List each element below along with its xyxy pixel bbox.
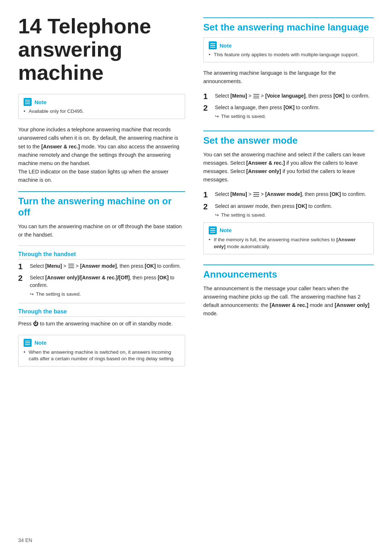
handset-step-2: 2 Select [Answer only]/[Answer & rec.]/[… bbox=[18, 274, 185, 298]
step-arrow-am2: ↪ The setting is saved. bbox=[215, 212, 374, 219]
note-header-1: Note bbox=[24, 98, 180, 106]
subsection-base-heading: Through the base bbox=[18, 308, 185, 317]
step-content-h2: Select [Answer only]/[Answer & rec.]/[Of… bbox=[30, 274, 185, 298]
note-header-lang: Note bbox=[209, 41, 368, 49]
note-header-am: Note bbox=[209, 226, 368, 234]
step-content-l1: Select [Menu] > > [Voice language], then… bbox=[215, 92, 374, 101]
am-step-1: 1 Select [Menu] > > [Answer mode], then … bbox=[203, 190, 374, 199]
answer-mode-intro: You can set the answering machine and se… bbox=[203, 151, 374, 184]
note-header-2: Note bbox=[24, 339, 180, 347]
divider-1 bbox=[18, 246, 185, 246]
note-list-am: If the memory is full, the answering mac… bbox=[209, 237, 368, 250]
handset-steps: 1 Select [Menu] > > [Answer mode], then … bbox=[18, 262, 185, 298]
lang-step-2: 2 Select a language, then press [OK] to … bbox=[203, 104, 374, 120]
section-turn: Turn the answering machine on or off You… bbox=[18, 191, 185, 367]
note-item-2-1: When the answering machine is switched o… bbox=[24, 349, 180, 363]
page-title: 14 Telephone answering machine bbox=[18, 15, 185, 84]
step-num-am2: 2 bbox=[203, 202, 211, 219]
menu-icon-h1 bbox=[68, 264, 74, 268]
language-intro: The answering machine language is the la… bbox=[203, 69, 374, 86]
note-list-lang: This feature only applies to models with… bbox=[209, 52, 368, 58]
chapter-number: 14 bbox=[18, 14, 42, 38]
menu-icon-am1 bbox=[253, 192, 259, 197]
step-num-l1: 1 bbox=[203, 92, 211, 101]
step-num-l2: 2 bbox=[203, 104, 211, 120]
step-content-h1: Select [Menu] > > [Answer mode], then pr… bbox=[30, 262, 185, 271]
am-step-2: 2 Select an answer mode, then press [OK]… bbox=[203, 202, 374, 219]
step-content-am1: Select [Menu] > > [Answer mode], then pr… bbox=[215, 190, 374, 199]
note-icon-1 bbox=[24, 98, 32, 106]
announcements-intro: The announcement is the message your cal… bbox=[203, 284, 374, 318]
section-language: Set the answering machine language Note … bbox=[203, 17, 374, 120]
step-arrow-h2: ↪ The setting is saved. bbox=[30, 291, 185, 298]
note-list-2: When the answering machine is switched o… bbox=[24, 349, 180, 363]
section-turn-heading: Turn the answering machine on or off bbox=[18, 191, 185, 218]
answer-mode-steps: 1 Select [Menu] > > [Answer mode], then … bbox=[203, 190, 374, 218]
note-box-2: Note When the answering machine is switc… bbox=[18, 335, 185, 367]
note-item-1-1: Available only for CD495. bbox=[24, 108, 180, 115]
step-num-h2: 2 bbox=[18, 274, 26, 298]
note-box-language: Note This feature only applies to models… bbox=[203, 37, 374, 62]
section-announcements: Announcements The announcement is the me… bbox=[203, 264, 374, 318]
note-box-1: Note Available only for CD495. bbox=[18, 94, 185, 119]
section-turn-intro: You can turn the answering machine on or… bbox=[18, 222, 185, 239]
note-item-lang-1: This feature only applies to models with… bbox=[209, 52, 368, 58]
page-container: 14 Telephone answering machine Note Avai… bbox=[0, 0, 392, 554]
page-footer: 34 EN bbox=[18, 537, 32, 543]
lang-step-1: 1 Select [Menu] > > [Voice language], th… bbox=[203, 92, 374, 101]
step-num-h1: 1 bbox=[18, 262, 26, 271]
handset-step-1: 1 Select [Menu] > > [Answer mode], then … bbox=[18, 262, 185, 271]
note-icon-am bbox=[209, 226, 217, 234]
section-answer-mode-heading: Set the answer mode bbox=[203, 131, 374, 146]
section-answer-mode: Set the answer mode You can set the answ… bbox=[203, 131, 374, 254]
menu-icon-l1 bbox=[253, 94, 259, 98]
note-icon-2 bbox=[24, 339, 32, 347]
step-content-l2: Select a language, then press [OK] to co… bbox=[215, 104, 374, 120]
subsection-handset-heading: Through the handset bbox=[18, 251, 185, 259]
step-num-am1: 1 bbox=[203, 190, 211, 199]
section-announcements-heading: Announcements bbox=[203, 264, 374, 280]
note-box-answer-mode: Note If the memory is full, the answerin… bbox=[203, 222, 374, 254]
note-icon-lang bbox=[209, 41, 217, 49]
left-column: 14 Telephone answering machine Note Avai… bbox=[18, 15, 185, 532]
divider-2 bbox=[18, 303, 185, 303]
note-list-1: Available only for CD495. bbox=[24, 108, 180, 115]
intro-text-left: Your phone includes a telephone answerin… bbox=[18, 126, 185, 184]
language-steps: 1 Select [Menu] > > [Voice language], th… bbox=[203, 92, 374, 120]
note-item-am-1: If the memory is full, the answering mac… bbox=[209, 237, 368, 250]
step-arrow-l2: ↪ The setting is saved. bbox=[215, 113, 374, 120]
section-language-heading: Set the answering machine language bbox=[203, 17, 374, 33]
base-text: Press ⏻ to turn the answering machine on… bbox=[18, 320, 185, 328]
step-content-am2: Select an answer mode, then press [OK] t… bbox=[215, 202, 374, 219]
right-column: Set the answering machine language Note … bbox=[196, 15, 374, 532]
